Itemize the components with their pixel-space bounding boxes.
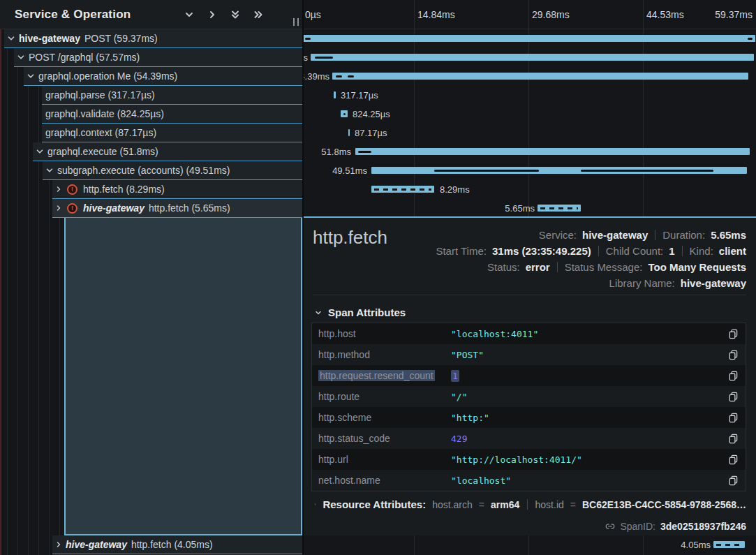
- bar-duration-label: 4.05ms: [655, 535, 711, 554]
- attr-value: "/": [451, 392, 727, 402]
- span-detail-title: http.fetch: [313, 227, 387, 249]
- span-id-value[interactable]: 3de02518937fb246: [660, 521, 746, 532]
- span-bar[interactable]: [355, 148, 750, 155]
- span-bar-root[interactable]: [304, 35, 755, 42]
- chevron-right-icon[interactable]: [54, 540, 63, 549]
- meta-label: Kind:: [690, 245, 713, 257]
- meta-divider: [682, 246, 683, 256]
- tree-row-root[interactable]: hive-gateway POST (59.37ms): [4, 29, 302, 48]
- attr-row[interactable]: http.host "localhost:4011": [312, 323, 746, 344]
- tree-row[interactable]: POST /graphql (57.57ms): [14, 48, 302, 67]
- equals-sign: =: [570, 499, 576, 510]
- section-title: Resource Attributes:: [323, 498, 426, 510]
- meta-divider: [598, 246, 599, 256]
- copy-icon[interactable]: [727, 432, 739, 445]
- span-service: hive-gateway: [19, 33, 80, 44]
- indent-guide: [38, 29, 39, 555]
- trace-viewer: hive-gateway POST (59.37ms) POST /graphq…: [0, 0, 756, 555]
- copy-icon[interactable]: [727, 390, 739, 403]
- span-label: POST /graphql (57.57ms): [29, 52, 140, 63]
- chevron-down-icon[interactable]: [35, 147, 45, 156]
- meta-value: Too Many Requests: [648, 261, 746, 273]
- link-icon[interactable]: [605, 521, 615, 531]
- span-bar[interactable]: [371, 167, 747, 174]
- meta-value: client: [719, 245, 746, 257]
- gridline: [528, 0, 529, 218]
- tree-panel-header: Service & Operation: [0, 0, 303, 29]
- bar-duration-label: 5.65ms: [486, 199, 535, 218]
- section-divider: [313, 295, 746, 295]
- attr-key: http.status_code: [318, 433, 451, 444]
- chevron-down-icon[interactable]: [45, 165, 54, 175]
- copy-icon[interactable]: [727, 327, 739, 340]
- resource-value: BC62E13B-C4CC-5854-9788-2568…: [582, 499, 746, 510]
- span-label: graphql.context (87.17µs): [45, 127, 156, 138]
- chevron-right-icon[interactable]: [54, 185, 63, 193]
- span-bar-error[interactable]: [371, 186, 434, 193]
- bar-duration-label: 317.17µs: [341, 86, 378, 105]
- tree-row-selected[interactable]: hive-gateway http.fetch (5.65ms): [52, 199, 302, 218]
- meta-value: 1: [669, 245, 674, 257]
- resource-key: host.id: [535, 499, 564, 510]
- tree-row[interactable]: http.fetch (8.29ms): [52, 180, 302, 199]
- span-bar-error[interactable]: [713, 541, 745, 548]
- collapse-one-icon[interactable]: [184, 9, 195, 20]
- span-label: graphql.operation Me (54.39ms): [38, 71, 177, 82]
- tree-row[interactable]: graphql.parse (317.17µs): [42, 86, 302, 105]
- attr-row[interactable]: http.method "POST": [312, 344, 746, 365]
- chevron-down-icon[interactable]: [6, 34, 16, 43]
- tree-row[interactable]: hive-gateway http.fetch (4.05ms): [52, 535, 302, 554]
- panel-title: Service & Operation: [15, 8, 131, 22]
- attr-key: http.method: [318, 349, 451, 360]
- chevron-down-icon: [314, 309, 323, 317]
- trace-error-indicator: [0, 29, 1, 555]
- tree-row[interactable]: graphql.context (87.17µs): [42, 124, 302, 142]
- copy-icon[interactable]: [727, 474, 739, 487]
- copy-icon[interactable]: [727, 411, 739, 424]
- span-detail-panel: http.fetch Service: hive-gateway Duratio…: [304, 216, 756, 535]
- ruler-tick: 59.37ms: [715, 9, 753, 20]
- span-bar[interactable]: [332, 73, 748, 80]
- gridline: [643, 0, 644, 218]
- span-attributes-toggle[interactable]: Span Attributes: [314, 306, 406, 318]
- span-service: hive-gateway: [83, 202, 144, 214]
- span-tree-panel: hive-gateway POST (59.37ms) POST /graphq…: [0, 0, 303, 555]
- tree-row[interactable]: graphql.operation Me (54.39ms): [24, 67, 302, 86]
- attr-row[interactable]: http.route "/": [312, 386, 746, 407]
- attr-row[interactable]: net.host.name "localhost": [312, 470, 746, 491]
- panel-resize-handle[interactable]: [293, 18, 299, 26]
- attr-row[interactable]: http.status_code 429: [312, 428, 746, 449]
- meta-divider: [655, 230, 655, 240]
- expand-one-icon[interactable]: [207, 9, 218, 20]
- error-icon: [67, 203, 77, 214]
- bar-duration-label: 87.17µs: [355, 124, 387, 142]
- attr-row[interactable]: http.url "http://localhost:4011/": [312, 449, 746, 470]
- indent-guide: [28, 29, 29, 555]
- ruler-tick: 44.53ms: [646, 9, 684, 20]
- tree-row[interactable]: graphql.validate (824.25µs): [42, 105, 302, 124]
- attr-value: "http://localhost:4011/": [451, 454, 727, 465]
- attr-key: http.request.resend_count: [318, 370, 435, 381]
- chevron-down-icon[interactable]: [26, 71, 36, 81]
- attr-value: "POST": [451, 350, 727, 360]
- attr-row-selected[interactable]: http.request.resend_count 1: [312, 365, 746, 386]
- attr-value: "localhost": [451, 475, 727, 486]
- copy-icon[interactable]: [727, 348, 739, 361]
- tree-row[interactable]: subgraph.execute (accounts) (49.51ms): [43, 161, 302, 180]
- resource-attributes-row[interactable]: Resource Attributes: host.arch = arm64 h…: [314, 498, 746, 510]
- span-label: http.fetch (4.05ms): [131, 539, 213, 550]
- span-bar[interactable]: [334, 91, 336, 98]
- chevron-right-icon[interactable]: [54, 204, 63, 212]
- bar-duration-label: 51.8ms: [311, 142, 351, 161]
- expand-all-icon[interactable]: [253, 9, 264, 20]
- span-bar[interactable]: [348, 129, 350, 136]
- attr-row[interactable]: http.scheme "http:": [312, 407, 746, 428]
- span-bar[interactable]: [341, 110, 348, 117]
- span-bar-selected[interactable]: [538, 205, 581, 212]
- copy-icon[interactable]: [727, 453, 739, 466]
- collapse-all-icon[interactable]: [230, 9, 241, 20]
- tree-row[interactable]: graphql.execute (51.8ms): [33, 142, 302, 161]
- copy-icon[interactable]: [727, 369, 739, 382]
- span-bar[interactable]: [311, 54, 754, 61]
- chevron-down-icon[interactable]: [16, 52, 26, 62]
